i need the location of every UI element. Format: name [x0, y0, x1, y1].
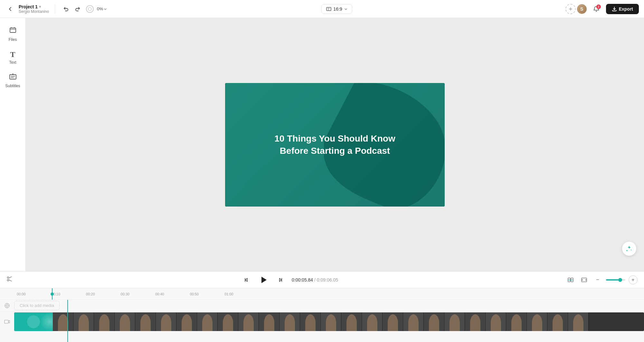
video-frame — [341, 312, 362, 331]
volume-track[interactable] — [606, 279, 625, 281]
video-track-content[interactable] — [14, 312, 644, 331]
video-frame — [115, 312, 135, 331]
redo-button[interactable] — [72, 4, 83, 14]
svg-rect-9 — [582, 278, 587, 282]
video-frame — [321, 312, 341, 331]
ruler-mark-6: 01:00 — [224, 292, 259, 296]
ruler-mark-3: 00:30 — [121, 292, 156, 296]
playback-bar: 0:00:05.84 / 0:09:06.05 − — [0, 272, 644, 288]
undo-redo-group — [61, 4, 83, 14]
add-media-hint[interactable]: Click to add media — [14, 301, 60, 310]
zoom-out-button[interactable]: − — [592, 275, 603, 285]
divider — [55, 5, 55, 14]
tracks-wrapper: Click to add media — [0, 300, 644, 342]
video-strip — [14, 312, 644, 331]
text-icon: T — [10, 50, 15, 59]
ruler-playhead — [52, 288, 52, 300]
preview-background: 10 Things You Should Know Before Startin… — [225, 83, 445, 207]
subtitles-icon — [9, 73, 17, 82]
svg-point-5 — [7, 280, 9, 281]
video-frame — [218, 312, 238, 331]
svg-point-0 — [88, 7, 91, 11]
avatar[interactable]: S — [577, 4, 587, 14]
notification-badge: 2 — [596, 5, 601, 9]
fit-button[interactable] — [579, 275, 589, 285]
fast-forward-button[interactable] — [275, 274, 287, 286]
sidebar: Files T Text Subtitles — [0, 18, 26, 271]
zoom-percent: 0% — [97, 6, 103, 11]
notification-button[interactable]: 2 — [591, 4, 601, 14]
video-frame — [486, 312, 506, 331]
sidebar-item-files[interactable]: Files — [2, 23, 24, 45]
video-frame — [424, 312, 444, 331]
video-frame — [403, 312, 424, 331]
export-button[interactable]: Export — [606, 4, 639, 14]
preview-title: 10 Things You Should Know Before Startin… — [261, 133, 408, 157]
time-separator: / — [314, 277, 317, 282]
ruler-playhead-dot — [51, 292, 54, 296]
video-frame — [94, 312, 115, 331]
sidebar-item-subtitles[interactable]: Subtitles — [2, 69, 24, 91]
video-frames — [53, 312, 644, 331]
sidebar-item-text[interactable]: T Text — [2, 46, 24, 68]
timeline-ruler: 00:00 00:10 00:20 00:30 00:40 00:50 01:0… — [0, 288, 644, 300]
canvas-area: 10 Things You Should Know Before Startin… — [26, 18, 644, 271]
video-frame — [53, 312, 73, 331]
aspect-ratio-button[interactable]: 16:9 — [321, 4, 352, 14]
audio-track-row: Click to add media — [0, 300, 644, 311]
project-author: Sergio Montanino — [19, 9, 49, 14]
add-user-button[interactable] — [565, 4, 576, 14]
video-frame — [506, 312, 527, 331]
video-preview[interactable]: 10 Things You Should Know Before Startin… — [225, 83, 445, 207]
volume-slider[interactable] — [606, 279, 625, 281]
playback-center: 0:00:05.84 / 0:09:06.05 — [240, 273, 338, 286]
video-frame — [176, 312, 197, 331]
files-icon — [9, 26, 17, 36]
zoom-area: 0% — [86, 4, 108, 14]
topbar: Project 1 ▾ Sergio Montanino — [0, 0, 644, 18]
aspect-ratio-label: 16:9 — [333, 6, 342, 12]
volume-thumb[interactable] — [618, 278, 622, 282]
video-frame — [259, 312, 279, 331]
back-button[interactable] — [5, 4, 15, 14]
ruler-mark-2: 00:20 — [86, 292, 121, 296]
rewind-button[interactable] — [240, 274, 252, 286]
svg-rect-12 — [5, 320, 8, 323]
zoom-in-button[interactable]: + — [629, 275, 638, 284]
project-info: Project 1 ▾ Sergio Montanino — [19, 4, 49, 14]
undo-button[interactable] — [61, 4, 71, 14]
zoom-circle-icon — [86, 5, 94, 13]
ruler-marks: 00:00 00:10 00:20 00:30 00:40 00:50 01:0… — [17, 292, 644, 296]
zoom-dropdown-button[interactable]: 0% — [96, 4, 108, 14]
video-frame — [135, 312, 156, 331]
scissors-icon[interactable] — [6, 276, 13, 284]
magic-wand-button[interactable] — [622, 242, 636, 256]
audio-track-icon — [0, 303, 14, 309]
export-label: Export — [619, 6, 633, 12]
ruler-mark-0: 00:00 — [17, 292, 52, 296]
add-media-area[interactable]: Click to add media — [14, 300, 644, 311]
ruler-mark-1: 00:10 — [52, 292, 86, 296]
project-dropdown-icon[interactable]: ▾ — [39, 5, 41, 9]
project-title[interactable]: Project 1 ▾ — [19, 4, 49, 9]
text-label: Text — [9, 60, 16, 65]
time-display: 0:00:05.84 / 0:09:06.05 — [292, 277, 338, 282]
topbar-center: 16:9 — [112, 4, 561, 14]
svg-point-4 — [7, 277, 9, 279]
time-total: 0:09:06.05 — [317, 277, 338, 282]
video-frame — [362, 312, 383, 331]
play-button[interactable] — [257, 273, 270, 286]
video-frame — [383, 312, 403, 331]
video-frame — [238, 312, 259, 331]
svg-rect-1 — [327, 7, 331, 11]
svg-rect-3 — [10, 75, 16, 79]
video-frame — [465, 312, 486, 331]
video-frame — [197, 312, 218, 331]
video-frame — [527, 312, 547, 331]
video-track-icon — [0, 319, 14, 325]
files-label: Files — [9, 37, 17, 42]
time-current: 0:00:05.84 — [292, 277, 313, 282]
main-area: Files T Text Subtitles — [0, 18, 644, 271]
split-button[interactable] — [565, 275, 576, 285]
ruler-mark-4: 00:40 — [155, 292, 190, 296]
